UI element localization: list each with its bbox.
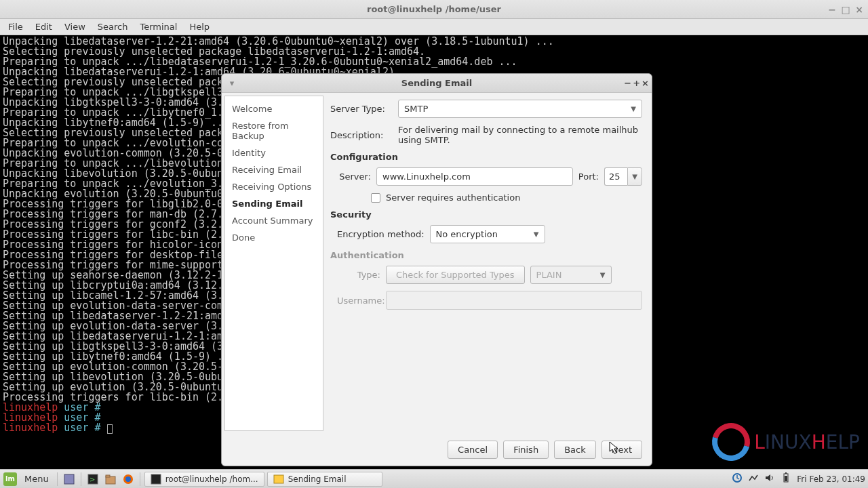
port-label: Port: — [578, 171, 599, 182]
authentication-title: Authentication — [330, 250, 642, 260]
dialog-sidebar: Welcome Restore from Backup Identity Rec… — [224, 96, 323, 431]
next-button[interactable]: Next — [601, 441, 642, 459]
dialog-title: Sending Email — [401, 78, 472, 88]
configuration-title: Configuration — [330, 152, 642, 162]
taskbar-terminal-label: root@linuxhelp /hom... — [165, 474, 258, 484]
updates-icon[interactable] — [732, 472, 743, 485]
bottom-panel: lm Menu > root@linuxhelp /hom... Sending… — [0, 469, 868, 488]
dialog-maximize-button[interactable]: + — [633, 78, 640, 88]
sidebar-item-welcome[interactable]: Welcome — [225, 100, 323, 117]
network-icon[interactable] — [748, 472, 759, 485]
description-label: Description: — [330, 130, 393, 140]
svg-rect-12 — [785, 472, 787, 474]
taskbar-terminal[interactable]: root@linuxhelp /hom... — [144, 472, 264, 487]
chevron-down-icon[interactable]: ▼ — [627, 167, 642, 186]
sidebar-item-restore[interactable]: Restore from Backup — [225, 117, 323, 144]
main-window-title: root@linuxhelp /home/user — [367, 4, 501, 14]
minimize-button[interactable]: − — [826, 3, 838, 16]
menu-file[interactable]: File — [3, 20, 28, 33]
server-label: Server: — [337, 171, 371, 182]
finish-button[interactable]: Finish — [503, 441, 549, 459]
dialog-titlebar: ▾ Sending Email − + × — [222, 74, 652, 93]
sidebar-item-receiving-email[interactable]: Receiving Email — [225, 161, 323, 178]
firefox-launcher-icon[interactable] — [121, 472, 136, 487]
volume-icon[interactable] — [764, 472, 775, 485]
files-launcher-icon[interactable] — [103, 472, 118, 487]
encryption-select[interactable]: No encryption ▼ — [430, 225, 545, 243]
menu-terminal[interactable]: Terminal — [134, 20, 182, 33]
encryption-label: Encryption method: — [337, 229, 425, 239]
chevron-down-icon: ▼ — [600, 271, 606, 279]
sending-email-dialog: ▾ Sending Email − + × Welcome Restore fr… — [221, 73, 652, 466]
svg-text:>: > — [90, 476, 95, 483]
security-title: Security — [330, 209, 642, 220]
server-type-label: Server Type: — [330, 104, 393, 114]
menubar: File Edit View Search Terminal Help — [0, 19, 868, 35]
menu-view[interactable]: View — [59, 20, 91, 33]
menu-search[interactable]: Search — [92, 20, 134, 33]
auth-type-value: PLAIN — [536, 270, 562, 280]
svg-point-6 — [125, 476, 131, 482]
auth-required-checkbox[interactable] — [371, 193, 380, 203]
server-input[interactable]: www.Linuxhelp.com — [376, 167, 573, 186]
cancel-button[interactable]: Cancel — [448, 441, 498, 459]
dialog-minimize-button[interactable]: − — [624, 78, 631, 88]
maximize-button[interactable]: □ — [840, 3, 852, 16]
server-value: www.Linuxhelp.com — [382, 171, 471, 182]
menu-edit[interactable]: Edit — [30, 20, 58, 33]
server-type-value: SMTP — [404, 104, 428, 114]
svg-rect-8 — [274, 475, 283, 483]
battery-icon[interactable] — [781, 472, 791, 485]
auth-type-select: PLAIN ▼ — [530, 266, 612, 284]
username-input — [386, 291, 642, 310]
linuxhelp-logo: LINUXHELP — [712, 423, 860, 461]
svg-rect-7 — [151, 474, 161, 484]
sidebar-item-receiving-options[interactable]: Receiving Options — [225, 178, 323, 195]
sidebar-item-identity[interactable]: Identity — [225, 144, 323, 161]
menu-label[interactable]: Menu — [20, 474, 53, 484]
username-label: Username: — [337, 296, 380, 306]
svg-rect-3 — [106, 476, 115, 484]
taskbar-dialog-label: Sending Email — [288, 474, 347, 484]
svg-rect-11 — [785, 476, 787, 481]
mint-menu-button[interactable]: lm — [3, 472, 18, 487]
port-value: 25 — [604, 167, 627, 186]
svg-rect-0 — [64, 474, 74, 484]
auth-type-label: Type: — [337, 270, 380, 280]
encryption-value: No encryption — [436, 229, 498, 239]
taskbar-dialog[interactable]: Sending Email — [267, 472, 382, 487]
menu-help[interactable]: Help — [184, 20, 215, 33]
description-text: For delivering mail by connecting to a r… — [398, 125, 642, 145]
sidebar-item-done[interactable]: Done — [225, 229, 323, 246]
sidebar-item-account-summary[interactable]: Account Summary — [225, 212, 323, 229]
check-supported-types-button: Check for Supported Types — [386, 266, 525, 284]
show-desktop-icon[interactable] — [62, 472, 77, 487]
server-type-select[interactable]: SMTP ▼ — [398, 100, 642, 118]
auth-required-label: Server requires authentication — [386, 192, 520, 203]
clock[interactable]: Fri Feb 23, 01:49 — [797, 474, 865, 484]
svg-rect-4 — [106, 475, 110, 477]
close-button[interactable]: × — [853, 3, 865, 16]
chevron-down-icon: ▼ — [631, 105, 636, 113]
chevron-down-icon: ▼ — [534, 230, 539, 238]
port-input[interactable]: 25 ▼ — [604, 167, 642, 186]
dialog-menu-icon[interactable]: ▾ — [226, 77, 238, 89]
terminal-launcher-icon[interactable]: > — [85, 472, 100, 487]
back-button[interactable]: Back — [554, 441, 596, 459]
dialog-close-button[interactable]: × — [642, 78, 649, 88]
sidebar-item-sending-email[interactable]: Sending Email — [225, 195, 323, 212]
main-window-titlebar: root@linuxhelp /home/user − □ × — [0, 0, 868, 19]
